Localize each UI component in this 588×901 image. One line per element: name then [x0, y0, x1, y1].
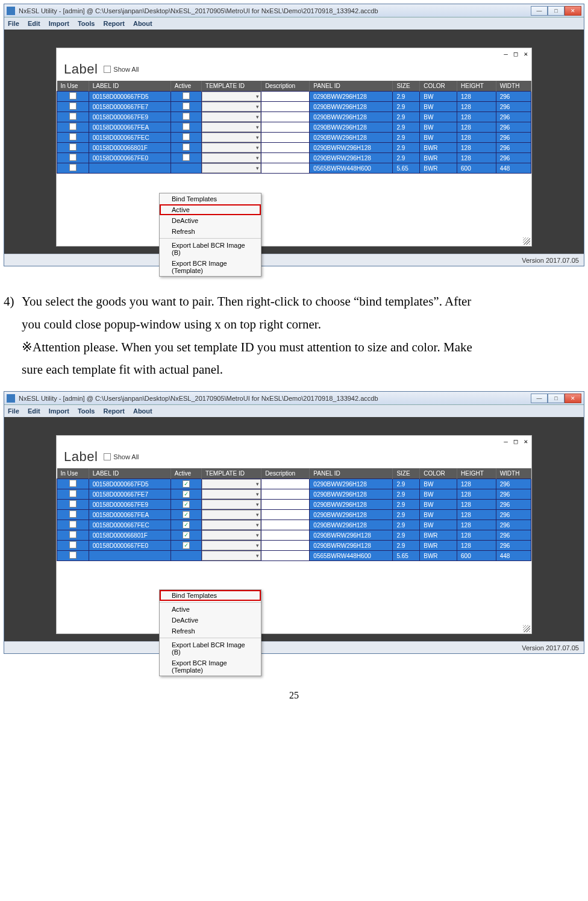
table-row[interactable]: 00158D000066801F0290BWRW296H1282.9BWR128…	[57, 530, 531, 541]
ctx-export-template[interactable]: Export BCR Image (Template)	[160, 658, 261, 676]
table-row[interactable]: 00158D0000667FE90290BWW296H1282.9BW12829…	[57, 500, 531, 510]
show-all-checkbox[interactable]	[104, 66, 111, 73]
menu-about[interactable]: About	[133, 407, 152, 415]
template-id-dropdown[interactable]	[202, 500, 261, 510]
active-cell[interactable]	[170, 479, 201, 489]
menu-import[interactable]: Import	[49, 20, 69, 27]
table-row[interactable]: 00158D0000667FE00290BWRW296H1282.9BWR128…	[57, 153, 531, 163]
menu-tools[interactable]: Tools	[78, 20, 95, 27]
active-cell[interactable]	[170, 92, 201, 102]
inuse-cell[interactable]	[57, 92, 89, 102]
table-row[interactable]: 00158D0000667FEA0290BWW296H1282.9BW12829…	[57, 122, 531, 133]
show-all-checkbox[interactable]	[104, 453, 111, 460]
inner-minimize-button[interactable]: —	[504, 438, 508, 445]
inuse-cell[interactable]	[57, 102, 89, 112]
inuse-cell[interactable]	[57, 489, 89, 500]
inner-minimize-button[interactable]: —	[504, 50, 508, 58]
menu-report[interactable]: Report	[103, 407, 124, 415]
template-id-dropdown[interactable]	[202, 551, 261, 561]
table-row[interactable]: 00158D0000667FE70290BWW296H1282.9BW12829…	[57, 489, 531, 500]
ctx-bind-templates[interactable]: Bind Templates	[160, 193, 261, 204]
active-cell[interactable]	[170, 520, 201, 530]
resize-grip-icon[interactable]	[523, 625, 530, 632]
menu-file[interactable]: File	[8, 20, 19, 27]
inner-maximize-button[interactable]: □	[514, 438, 518, 445]
maximize-button[interactable]: □	[548, 6, 565, 16]
template-id-dropdown[interactable]	[202, 520, 261, 530]
menu-file[interactable]: File	[8, 407, 19, 415]
template-id-dropdown[interactable]	[202, 163, 261, 174]
inuse-cell[interactable]	[57, 153, 89, 163]
template-id-dropdown[interactable]	[202, 510, 261, 520]
ctx-export-template[interactable]: Export BCR Image (Template)	[160, 258, 261, 276]
table-row[interactable]: 00158D0000667FE70290BWW296H1282.9BW12829…	[57, 102, 531, 112]
table-row[interactable]: 00158D0000667FE90290BWW296H1282.9BW12829…	[57, 112, 531, 122]
menu-edit[interactable]: Edit	[28, 407, 40, 415]
menu-import[interactable]: Import	[49, 407, 69, 415]
inner-close-button[interactable]: ✕	[524, 438, 528, 445]
inuse-cell[interactable]	[57, 541, 89, 551]
menu-tools[interactable]: Tools	[78, 407, 95, 415]
table-row[interactable]: 00158D000066801F0290BWRW296H1282.9BWR128…	[57, 143, 531, 153]
close-button[interactable]: ✕	[565, 394, 581, 403]
active-cell[interactable]	[170, 551, 201, 561]
template-id-dropdown[interactable]	[202, 489, 261, 500]
ctx-export-b[interactable]: Export Label BCR Image (B)	[160, 639, 261, 658]
inuse-cell[interactable]	[57, 122, 89, 133]
template-id-dropdown[interactable]	[202, 112, 261, 122]
resize-grip-icon[interactable]	[523, 237, 530, 245]
template-id-dropdown[interactable]	[202, 541, 261, 551]
inuse-cell[interactable]	[57, 520, 89, 530]
inuse-cell[interactable]	[57, 510, 89, 520]
active-cell[interactable]	[170, 541, 201, 551]
template-id-dropdown[interactable]	[202, 143, 261, 153]
template-id-dropdown[interactable]	[202, 530, 261, 541]
inuse-cell[interactable]	[57, 163, 89, 174]
active-cell[interactable]	[170, 133, 201, 143]
inner-close-button[interactable]: ✕	[524, 50, 528, 58]
active-cell[interactable]	[170, 102, 201, 112]
table-row[interactable]: 00158D0000667FEC0290BWW296H1282.9BW12829…	[57, 520, 531, 530]
template-id-dropdown[interactable]	[202, 122, 261, 133]
active-cell[interactable]	[170, 112, 201, 122]
ctx-bind-templates[interactable]: Bind Templates	[160, 590, 261, 601]
active-cell[interactable]	[170, 163, 201, 174]
inuse-cell[interactable]	[57, 500, 89, 510]
ctx-active[interactable]: Active	[160, 204, 261, 215]
minimize-button[interactable]: —	[531, 6, 548, 16]
menu-edit[interactable]: Edit	[28, 20, 40, 27]
active-cell[interactable]	[170, 500, 201, 510]
table-row[interactable]: 00158D0000667FEA0290BWW296H1282.9BW12829…	[57, 510, 531, 520]
ctx-export-b[interactable]: Export Label BCR Image (B)	[160, 240, 261, 258]
active-cell[interactable]	[170, 489, 201, 500]
active-cell[interactable]	[170, 510, 201, 520]
template-id-dropdown[interactable]	[202, 133, 261, 143]
menu-report[interactable]: Report	[103, 20, 124, 27]
template-id-dropdown[interactable]	[202, 153, 261, 163]
table-row[interactable]: 00158D0000667FE00290BWRW296H1282.9BWR128…	[57, 541, 531, 551]
ctx-active[interactable]: Active	[160, 604, 261, 615]
ctx-deactive[interactable]: DeActive	[160, 215, 261, 226]
table-row[interactable]: 0565BWRW448H6005.65BWR600448	[57, 163, 531, 174]
ctx-deactive[interactable]: DeActive	[160, 615, 261, 626]
table-row[interactable]: 0565BWRW448H6005.65BWR600448	[57, 551, 531, 561]
menu-about[interactable]: About	[133, 20, 152, 27]
ctx-refresh[interactable]: Refresh	[160, 626, 261, 636]
inuse-cell[interactable]	[57, 112, 89, 122]
table-row[interactable]: 00158D0000667FEC0290BWW296H1282.9BW12829…	[57, 133, 531, 143]
table-row[interactable]: 00158D0000667FD50290BWW296H1282.9BW12829…	[57, 92, 531, 102]
close-button[interactable]: ✕	[565, 6, 581, 16]
minimize-button[interactable]: —	[531, 394, 548, 403]
inuse-cell[interactable]	[57, 143, 89, 153]
template-id-dropdown[interactable]	[202, 92, 261, 102]
inuse-cell[interactable]	[57, 530, 89, 541]
inner-maximize-button[interactable]: □	[514, 50, 518, 58]
active-cell[interactable]	[170, 122, 201, 133]
inuse-cell[interactable]	[57, 551, 89, 561]
inuse-cell[interactable]	[57, 479, 89, 489]
active-cell[interactable]	[170, 530, 201, 541]
table-row[interactable]: 00158D0000667FD50290BWW296H1282.9BW12829…	[57, 479, 531, 489]
active-cell[interactable]	[170, 143, 201, 153]
template-id-dropdown[interactable]	[202, 479, 261, 489]
inuse-cell[interactable]	[57, 133, 89, 143]
